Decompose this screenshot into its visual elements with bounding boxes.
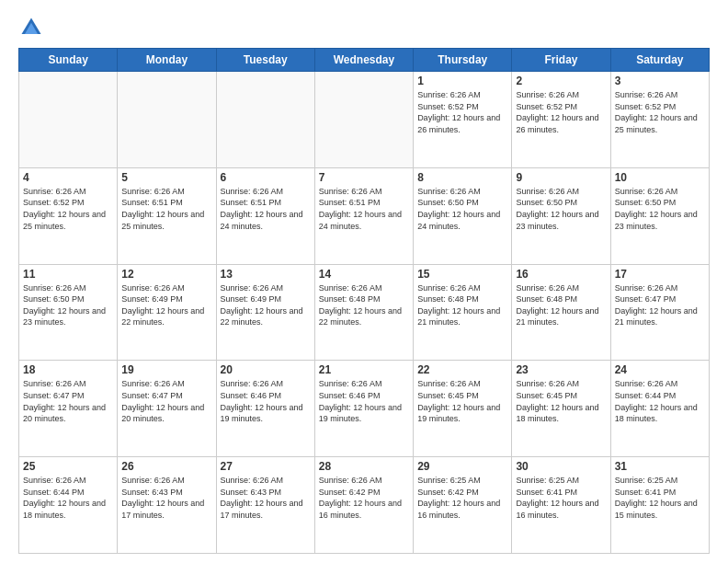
day-number: 30: [516, 460, 606, 473]
calendar-cell: 12Sunrise: 6:26 AMSunset: 6:49 PMDayligh…: [118, 264, 216, 361]
day-number: 31: [615, 460, 705, 473]
week-row-5: 25Sunrise: 6:26 AMSunset: 6:44 PMDayligh…: [19, 457, 710, 554]
calendar-cell: 1Sunrise: 6:26 AMSunset: 6:52 PMDaylight…: [414, 72, 512, 168]
day-number: 24: [615, 363, 705, 376]
calendar-cell: 10Sunrise: 6:26 AMSunset: 6:50 PMDayligh…: [610, 167, 709, 264]
day-info: Sunrise: 6:26 AMSunset: 6:52 PMDaylight:…: [417, 89, 507, 135]
days-header-row: SundayMondayTuesdayWednesdayThursdayFrid…: [19, 49, 710, 72]
day-number: 23: [516, 363, 606, 376]
calendar-cell: [216, 72, 314, 168]
calendar-cell: 13Sunrise: 6:26 AMSunset: 6:49 PMDayligh…: [216, 264, 314, 361]
calendar-cell: 9Sunrise: 6:26 AMSunset: 6:50 PMDaylight…: [512, 167, 610, 264]
day-info: Sunrise: 6:25 AMSunset: 6:41 PMDaylight:…: [516, 475, 606, 521]
day-info: Sunrise: 6:26 AMSunset: 6:46 PMDaylight:…: [319, 378, 409, 424]
day-number: 2: [516, 75, 606, 87]
day-number: 19: [121, 363, 211, 376]
day-number: 15: [417, 268, 507, 281]
day-info: Sunrise: 6:26 AMSunset: 6:48 PMDaylight:…: [319, 282, 409, 328]
day-info: Sunrise: 6:26 AMSunset: 6:48 PMDaylight:…: [516, 282, 606, 328]
day-number: 29: [417, 460, 507, 473]
day-info: Sunrise: 6:25 AMSunset: 6:42 PMDaylight:…: [417, 475, 507, 521]
calendar-cell: [314, 72, 413, 168]
calendar-cell: 15Sunrise: 6:26 AMSunset: 6:48 PMDayligh…: [414, 264, 512, 361]
week-row-1: 1Sunrise: 6:26 AMSunset: 6:52 PMDaylight…: [19, 72, 710, 168]
calendar-cell: 6Sunrise: 6:26 AMSunset: 6:51 PMDaylight…: [216, 167, 314, 264]
calendar-cell: 30Sunrise: 6:25 AMSunset: 6:41 PMDayligh…: [512, 457, 610, 554]
day-info: Sunrise: 6:26 AMSunset: 6:49 PMDaylight:…: [121, 282, 211, 328]
day-number: 4: [23, 171, 113, 184]
day-info: Sunrise: 6:26 AMSunset: 6:46 PMDaylight:…: [221, 378, 311, 424]
day-info: Sunrise: 6:26 AMSunset: 6:50 PMDaylight:…: [516, 186, 606, 232]
day-number: 27: [221, 460, 311, 473]
calendar-cell: 16Sunrise: 6:26 AMSunset: 6:48 PMDayligh…: [512, 264, 610, 361]
day-info: Sunrise: 6:26 AMSunset: 6:49 PMDaylight:…: [221, 282, 311, 328]
week-row-4: 18Sunrise: 6:26 AMSunset: 6:47 PMDayligh…: [19, 361, 710, 457]
calendar-cell: [118, 72, 216, 168]
day-number: 8: [417, 171, 507, 184]
day-number: 22: [417, 363, 507, 376]
day-header-monday: Monday: [118, 49, 216, 72]
day-number: 12: [121, 268, 211, 281]
day-info: Sunrise: 6:25 AMSunset: 6:41 PMDaylight:…: [615, 475, 705, 521]
calendar-cell: 31Sunrise: 6:25 AMSunset: 6:41 PMDayligh…: [610, 457, 709, 554]
calendar-cell: 19Sunrise: 6:26 AMSunset: 6:47 PMDayligh…: [118, 361, 216, 457]
day-info: Sunrise: 6:26 AMSunset: 6:51 PMDaylight:…: [121, 186, 211, 232]
calendar-cell: 14Sunrise: 6:26 AMSunset: 6:48 PMDayligh…: [314, 264, 413, 361]
day-number: 10: [615, 171, 705, 184]
calendar-cell: 25Sunrise: 6:26 AMSunset: 6:44 PMDayligh…: [19, 457, 118, 554]
calendar-cell: 8Sunrise: 6:26 AMSunset: 6:50 PMDaylight…: [414, 167, 512, 264]
day-info: Sunrise: 6:26 AMSunset: 6:43 PMDaylight:…: [121, 475, 211, 521]
calendar-cell: 11Sunrise: 6:26 AMSunset: 6:50 PMDayligh…: [19, 264, 118, 361]
calendar-cell: 4Sunrise: 6:26 AMSunset: 6:52 PMDaylight…: [19, 167, 118, 264]
calendar-body: 1Sunrise: 6:26 AMSunset: 6:52 PMDaylight…: [19, 72, 710, 554]
day-header-wednesday: Wednesday: [314, 49, 413, 72]
day-number: 3: [615, 75, 705, 87]
day-info: Sunrise: 6:26 AMSunset: 6:44 PMDaylight:…: [23, 475, 113, 521]
calendar-cell: 5Sunrise: 6:26 AMSunset: 6:51 PMDaylight…: [118, 167, 216, 264]
calendar-cell: 17Sunrise: 6:26 AMSunset: 6:47 PMDayligh…: [610, 264, 709, 361]
day-info: Sunrise: 6:26 AMSunset: 6:50 PMDaylight:…: [23, 282, 113, 328]
day-number: 16: [516, 268, 606, 281]
calendar-cell: [19, 72, 118, 168]
day-info: Sunrise: 6:26 AMSunset: 6:43 PMDaylight:…: [221, 475, 311, 521]
day-number: 6: [221, 171, 311, 184]
day-info: Sunrise: 6:26 AMSunset: 6:48 PMDaylight:…: [417, 282, 507, 328]
day-info: Sunrise: 6:26 AMSunset: 6:47 PMDaylight:…: [121, 378, 211, 424]
day-info: Sunrise: 6:26 AMSunset: 6:42 PMDaylight:…: [319, 475, 409, 521]
calendar-cell: 20Sunrise: 6:26 AMSunset: 6:46 PMDayligh…: [216, 361, 314, 457]
calendar-cell: 29Sunrise: 6:25 AMSunset: 6:42 PMDayligh…: [414, 457, 512, 554]
day-info: Sunrise: 6:26 AMSunset: 6:52 PMDaylight:…: [516, 89, 606, 135]
day-number: 13: [221, 268, 311, 281]
calendar-cell: 22Sunrise: 6:26 AMSunset: 6:45 PMDayligh…: [414, 361, 512, 457]
day-number: 25: [23, 460, 113, 473]
day-number: 7: [319, 171, 409, 184]
calendar-table: SundayMondayTuesdayWednesdayThursdayFrid…: [18, 48, 710, 554]
day-header-tuesday: Tuesday: [216, 49, 314, 72]
calendar-cell: 23Sunrise: 6:26 AMSunset: 6:45 PMDayligh…: [512, 361, 610, 457]
day-number: 14: [319, 268, 409, 281]
day-info: Sunrise: 6:26 AMSunset: 6:45 PMDaylight:…: [516, 378, 606, 424]
day-info: Sunrise: 6:26 AMSunset: 6:44 PMDaylight:…: [615, 378, 705, 424]
calendar-cell: 18Sunrise: 6:26 AMSunset: 6:47 PMDayligh…: [19, 361, 118, 457]
day-number: 5: [121, 171, 211, 184]
week-row-3: 11Sunrise: 6:26 AMSunset: 6:50 PMDayligh…: [19, 264, 710, 361]
calendar-cell: 3Sunrise: 6:26 AMSunset: 6:52 PMDaylight…: [610, 72, 709, 168]
header: [18, 15, 710, 40]
day-header-thursday: Thursday: [414, 49, 512, 72]
calendar-cell: 28Sunrise: 6:26 AMSunset: 6:42 PMDayligh…: [314, 457, 413, 554]
day-number: 20: [221, 363, 311, 376]
day-info: Sunrise: 6:26 AMSunset: 6:45 PMDaylight:…: [417, 378, 507, 424]
calendar-cell: 2Sunrise: 6:26 AMSunset: 6:52 PMDaylight…: [512, 72, 610, 168]
day-number: 26: [121, 460, 211, 473]
day-info: Sunrise: 6:26 AMSunset: 6:50 PMDaylight:…: [417, 186, 507, 232]
logo: [18, 15, 48, 40]
calendar-cell: 27Sunrise: 6:26 AMSunset: 6:43 PMDayligh…: [216, 457, 314, 554]
day-header-saturday: Saturday: [610, 49, 709, 72]
day-info: Sunrise: 6:26 AMSunset: 6:52 PMDaylight:…: [23, 186, 113, 232]
calendar-cell: 21Sunrise: 6:26 AMSunset: 6:46 PMDayligh…: [314, 361, 413, 457]
day-number: 11: [23, 268, 113, 281]
day-header-friday: Friday: [512, 49, 610, 72]
logo-icon: [18, 15, 44, 40]
day-info: Sunrise: 6:26 AMSunset: 6:52 PMDaylight:…: [615, 89, 705, 135]
day-number: 1: [417, 75, 507, 87]
